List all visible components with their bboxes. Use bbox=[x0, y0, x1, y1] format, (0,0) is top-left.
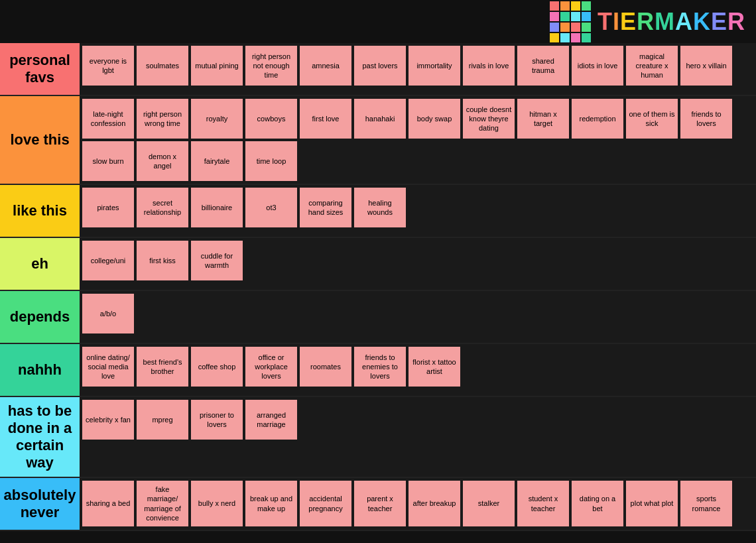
tier-item[interactable]: healing wounds bbox=[354, 188, 406, 227]
logo-cell bbox=[582, 1, 591, 11]
tier-item[interactable]: after breakup bbox=[409, 481, 460, 526]
tier-item[interactable]: student x teacher bbox=[517, 481, 569, 526]
tier-item[interactable]: ot3 bbox=[245, 188, 297, 227]
tier-item[interactable]: florist x tattoo artist bbox=[409, 347, 460, 387]
logo-cell bbox=[571, 12, 580, 21]
tier-item[interactable]: couple doesnt know theyre dating bbox=[463, 99, 515, 139]
tier-item[interactable]: prisoner to lovers bbox=[191, 400, 243, 440]
logo-cell bbox=[560, 12, 570, 21]
tier-item[interactable]: rivals in love bbox=[463, 46, 515, 86]
logo-cell bbox=[550, 1, 559, 11]
tier-item[interactable]: a/b/o bbox=[82, 294, 134, 333]
tier-item[interactable]: hitman x target bbox=[517, 99, 569, 139]
logo-grid bbox=[550, 1, 591, 42]
tier-item[interactable]: slow burn bbox=[82, 141, 134, 181]
tier-item[interactable]: fake marriage/ marriage of convience bbox=[137, 481, 188, 526]
tier-label-nahhh: nahhh bbox=[0, 344, 80, 396]
logo-cell bbox=[571, 23, 580, 32]
tiermaker-logo: TiERMAKER bbox=[550, 1, 745, 42]
tier-item[interactable]: shared trauma bbox=[517, 46, 569, 86]
tier-item[interactable]: best friend's brother bbox=[137, 347, 188, 387]
tier-item[interactable]: first love bbox=[300, 99, 351, 139]
tier-item[interactable]: sharing a bed bbox=[82, 481, 134, 526]
logo-cell bbox=[560, 23, 570, 32]
tier-item[interactable]: hanahaki bbox=[354, 99, 406, 139]
tier-row-depends: dependsa/b/o bbox=[0, 291, 756, 344]
tier-item[interactable]: pirates bbox=[82, 188, 134, 227]
tier-item[interactable]: arranged marriage bbox=[245, 400, 297, 440]
tier-item[interactable]: magical creature x human bbox=[626, 46, 678, 86]
tier-item[interactable]: past lovers bbox=[354, 46, 406, 86]
tier-item[interactable]: roomates bbox=[300, 347, 351, 387]
logo-cell bbox=[582, 12, 591, 21]
tier-item[interactable]: cuddle for warmth bbox=[191, 241, 243, 280]
tier-item[interactable]: accidental pregnancy bbox=[300, 481, 351, 526]
tier-item[interactable]: right person wrong time bbox=[137, 99, 188, 139]
tier-item[interactable]: idiots in love bbox=[572, 46, 623, 86]
logo-cell bbox=[571, 33, 580, 42]
tier-item[interactable]: bully x nerd bbox=[191, 481, 243, 526]
tier-row-like-this: like thispiratessecret relationshipbilli… bbox=[0, 185, 756, 238]
tier-label-depends: depends bbox=[0, 291, 80, 343]
tier-item[interactable]: mutual pining bbox=[191, 46, 243, 86]
tier-item[interactable]: comparing hand sizes bbox=[300, 188, 351, 227]
tier-label-absolutely-never: absolutely never bbox=[0, 478, 80, 530]
tier-item[interactable]: secret relationship bbox=[137, 188, 188, 227]
tier-item[interactable]: immortality bbox=[409, 46, 460, 86]
tier-items-has-to-be: celebrity x fanmpregprisoner to loversar… bbox=[80, 397, 756, 477]
logo-cell bbox=[560, 1, 570, 11]
tier-item[interactable]: celebrity x fan bbox=[82, 400, 134, 440]
tier-item[interactable]: hero x villain bbox=[680, 46, 732, 86]
logo-cell bbox=[582, 23, 591, 32]
tier-item[interactable]: friends to enemies to lovers bbox=[354, 347, 406, 387]
header: TiERMAKER bbox=[0, 0, 756, 43]
tier-item[interactable]: online dating/ social media love bbox=[82, 347, 134, 387]
tier-item[interactable]: sports romance bbox=[680, 481, 732, 526]
tier-item[interactable]: office or workplace lovers bbox=[245, 347, 297, 387]
tier-label-has-to-be: has to be done in a certain way bbox=[0, 397, 80, 477]
tier-items-like-this: piratessecret relationshipbillionaireot3… bbox=[80, 185, 756, 237]
tier-item[interactable]: plot what plot bbox=[626, 481, 678, 526]
tier-item[interactable]: friends to lovers bbox=[680, 99, 732, 139]
tier-item[interactable]: parent x teacher bbox=[354, 481, 406, 526]
tier-item[interactable]: billionaire bbox=[191, 188, 243, 227]
logo-cell bbox=[550, 12, 559, 21]
tier-item[interactable]: stalker bbox=[463, 481, 515, 526]
tier-item[interactable]: college/uni bbox=[82, 241, 134, 280]
tier-item[interactable]: amnesia bbox=[300, 46, 351, 86]
tier-container: personal favseveryone is lgbtsoulmatesmu… bbox=[0, 43, 756, 531]
tier-item[interactable]: royalty bbox=[191, 99, 243, 139]
tier-item[interactable]: mpreg bbox=[137, 400, 188, 440]
tier-item[interactable]: cowboys bbox=[245, 99, 297, 139]
tier-label-love-this: love this bbox=[0, 96, 80, 184]
tier-item[interactable]: one of them is sick bbox=[626, 99, 678, 139]
tier-item[interactable]: late-night confession bbox=[82, 99, 134, 139]
logo-cell bbox=[550, 23, 559, 32]
tier-items-absolutely-never: sharing a bedfake marriage/ marriage of … bbox=[80, 478, 756, 530]
logo-cell bbox=[560, 33, 570, 42]
tier-row-nahhh: nahhhonline dating/ social media lovebes… bbox=[0, 344, 756, 397]
tier-item[interactable]: redemption bbox=[572, 99, 623, 139]
tier-item[interactable]: coffee shop bbox=[191, 347, 243, 387]
logo-cell bbox=[582, 33, 591, 42]
tier-row-eh: ehcollege/unifirst kisscuddle for warmth bbox=[0, 238, 756, 291]
tier-item[interactable]: time loop bbox=[245, 141, 297, 181]
logo-cell bbox=[550, 33, 559, 42]
tier-items-personal-favs: everyone is lgbtsoulmatesmutual piningri… bbox=[80, 43, 756, 95]
tier-item[interactable]: soulmates bbox=[137, 46, 188, 86]
logo-cell bbox=[571, 1, 580, 11]
tier-row-personal-favs: personal favseveryone is lgbtsoulmatesmu… bbox=[0, 43, 756, 96]
tier-items-eh: college/unifirst kisscuddle for warmth bbox=[80, 238, 756, 290]
tiermaker-text: TiERMAKER bbox=[598, 8, 745, 36]
tier-label-eh: eh bbox=[0, 238, 80, 290]
tier-item[interactable]: fairytale bbox=[191, 141, 243, 181]
tier-item[interactable]: break up and make up bbox=[245, 481, 297, 526]
tier-item[interactable]: right person not enough time bbox=[245, 46, 297, 86]
tier-item[interactable]: everyone is lgbt bbox=[82, 46, 134, 86]
tier-item[interactable]: demon x angel bbox=[137, 141, 188, 181]
tier-item[interactable]: body swap bbox=[409, 99, 460, 139]
tier-item[interactable]: first kiss bbox=[137, 241, 188, 280]
tier-row-love-this: love thislate-night confessionright pers… bbox=[0, 96, 756, 185]
tier-item[interactable]: dating on a bet bbox=[572, 481, 623, 526]
tier-items-depends: a/b/o bbox=[80, 291, 756, 343]
